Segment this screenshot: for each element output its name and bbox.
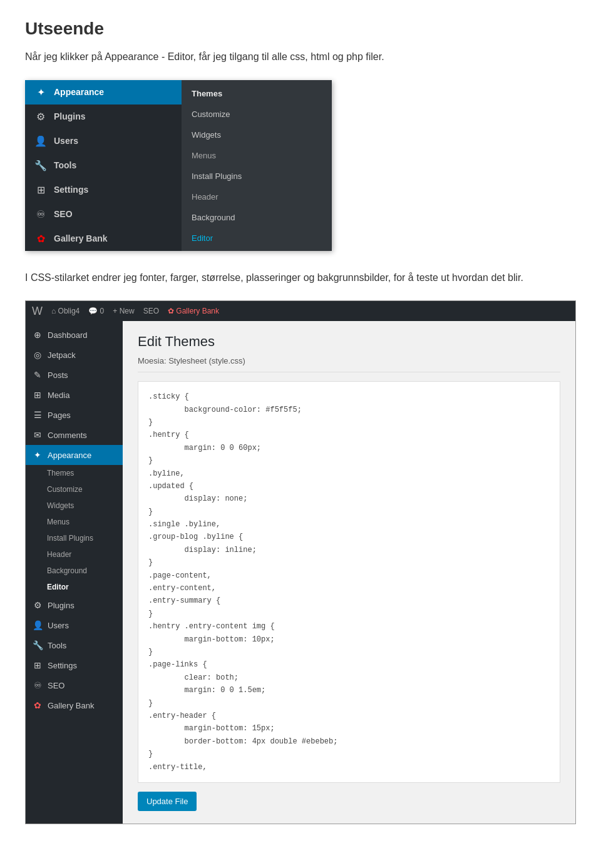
- menu-item-settings[interactable]: ⊞ Settings: [25, 178, 182, 202]
- wp-submenu: Themes Customize Widgets Menus Install P…: [182, 80, 332, 251]
- edit-themes-title: Edit Themes: [138, 334, 560, 350]
- admin-menu-appearance[interactable]: ✦ Appearance: [26, 445, 123, 465]
- settings-icon-sidebar: ⊞: [32, 660, 43, 670]
- wp-admin-topbar: W ⌂ ⌂ Oblig4Oblig4 💬 0 + New SEO ✿ Galle…: [26, 301, 575, 321]
- admin-menu-users[interactable]: 👤 Users: [26, 615, 123, 635]
- menu-item-seo[interactable]: ♾ SEO: [25, 202, 182, 227]
- admin-menu-comments[interactable]: ✉ Comments: [26, 425, 123, 445]
- wp-admin-body: ⊕ Dashboard ◎ Jetpack ✎ Posts ⊞ Media ☰ …: [26, 321, 575, 824]
- submenu-item-editor[interactable]: Editor: [182, 228, 332, 248]
- admin-menu-seo[interactable]: ♾ SEO: [26, 675, 123, 695]
- topbar-site-name[interactable]: ⌂ ⌂ Oblig4Oblig4: [51, 307, 80, 315]
- wp-sidebar: ✦ Appearance ⚙ Plugins 👤 Users 🔧 Tools ⊞…: [25, 80, 182, 251]
- admin-menu-settings-label: Settings: [48, 661, 77, 670]
- admin-menu-dashboard[interactable]: ⊕ Dashboard: [26, 325, 123, 345]
- admin-menu-settings[interactable]: ⊞ Settings: [26, 655, 123, 675]
- admin-submenu-install-plugins[interactable]: Install Plugins: [26, 530, 123, 546]
- settings-icon: ⊞: [34, 184, 48, 196]
- topbar-new[interactable]: + New: [113, 307, 134, 315]
- topbar-comments[interactable]: 💬 0: [88, 307, 104, 315]
- edit-themes-subtitle: Moesia: Stylesheet (style.css): [138, 356, 560, 372]
- menu-label-gallery-bank: Gallery Bank: [54, 233, 108, 243]
- admin-submenu-editor[interactable]: Editor: [26, 579, 123, 595]
- plugins-icon-sidebar: ⚙: [32, 600, 43, 610]
- admin-menu-appearance-label: Appearance: [48, 451, 91, 460]
- menu-label-seo: SEO: [54, 209, 73, 219]
- submenu-item-widgets[interactable]: Widgets: [182, 125, 332, 145]
- jetpack-icon: ◎: [32, 350, 43, 360]
- admin-menu-tools-label: Tools: [48, 641, 66, 650]
- admin-menu-pages-label: Pages: [48, 411, 71, 420]
- article-paragraph-2: I CSS-stilarket endrer jeg fonter, farge…: [25, 270, 576, 286]
- submenu-item-menus[interactable]: Menus: [182, 145, 332, 166]
- admin-menu-gallery-bank[interactable]: ✿ Gallery Bank: [26, 695, 123, 715]
- admin-submenu-header[interactable]: Header: [26, 546, 123, 563]
- menu-label-settings: Settings: [54, 185, 88, 195]
- menu-label-plugins: Plugins: [54, 111, 86, 121]
- gallery-bank-icon-sidebar: ✿: [32, 700, 43, 710]
- tools-icon-sidebar: 🔧: [32, 640, 43, 650]
- menu-label-tools: Tools: [54, 160, 76, 170]
- code-editor[interactable]: .sticky { background-color: #f5f5f5; } .…: [138, 381, 560, 783]
- seo-icon: ♾: [34, 208, 48, 220]
- gallery-bank-icon: ✿: [34, 233, 48, 245]
- admin-menu-plugins-label: Plugins: [48, 601, 74, 610]
- tools-icon: 🔧: [34, 160, 48, 171]
- submenu-item-header[interactable]: Header: [182, 186, 332, 207]
- posts-icon: ✎: [32, 370, 43, 380]
- media-icon: ⊞: [32, 390, 43, 400]
- topbar-seo[interactable]: SEO: [143, 307, 159, 315]
- pages-icon: ☰: [32, 410, 43, 420]
- menu-item-plugins[interactable]: ⚙ Plugins: [25, 105, 182, 129]
- plugins-icon: ⚙: [34, 111, 48, 123]
- admin-menu-media[interactable]: ⊞ Media: [26, 385, 123, 405]
- submenu-item-customize[interactable]: Customize: [182, 104, 332, 125]
- article-paragraph-1: Når jeg klikker på Appearance - Editor, …: [25, 49, 576, 65]
- admin-menu-tools[interactable]: 🔧 Tools: [26, 635, 123, 655]
- admin-menu-posts[interactable]: ✎ Posts: [26, 365, 123, 385]
- admin-submenu-menus[interactable]: Menus: [26, 514, 123, 530]
- admin-menu-gallery-bank-label: Gallery Bank: [48, 701, 94, 710]
- dashboard-icon: ⊕: [32, 330, 43, 340]
- admin-menu-dashboard-label: Dashboard: [48, 330, 88, 340]
- admin-menu-media-label: Media: [48, 391, 69, 400]
- comments-icon: ✉: [32, 430, 43, 440]
- admin-menu-users-label: Users: [48, 621, 69, 630]
- admin-menu-pages[interactable]: ☰ Pages: [26, 405, 123, 425]
- menu-item-tools[interactable]: 🔧 Tools: [25, 153, 182, 178]
- menu-label-appearance: Appearance: [54, 87, 104, 97]
- wp-admin-screenshot: W ⌂ ⌂ Oblig4Oblig4 💬 0 + New SEO ✿ Galle…: [25, 300, 576, 824]
- appearance-icon: ✦: [34, 86, 48, 98]
- topbar-gallery-bank[interactable]: ✿ Gallery Bank: [168, 307, 219, 315]
- menu-item-users[interactable]: 👤 Users: [25, 129, 182, 153]
- submenu-item-background[interactable]: Background: [182, 207, 332, 228]
- admin-menu-jetpack-label: Jetpack: [48, 350, 76, 360]
- users-icon: 👤: [34, 135, 48, 147]
- admin-menu-plugins[interactable]: ⚙ Plugins: [26, 595, 123, 615]
- wp-admin-main: Edit Themes Moesia: Stylesheet (style.cs…: [123, 321, 575, 824]
- appearance-icon-sidebar: ✦: [32, 450, 43, 460]
- menu-item-gallery-bank[interactable]: ✿ Gallery Bank: [25, 227, 182, 251]
- admin-submenu-background[interactable]: Background: [26, 563, 123, 579]
- seo-icon-sidebar: ♾: [32, 680, 43, 690]
- users-icon-sidebar: 👤: [32, 620, 43, 630]
- admin-submenu-customize[interactable]: Customize: [26, 481, 123, 498]
- admin-menu-comments-label: Comments: [48, 431, 87, 440]
- submenu-item-install-plugins[interactable]: Install Plugins: [182, 166, 332, 186]
- menu-label-users: Users: [54, 136, 78, 146]
- submenu-item-themes[interactable]: Themes: [182, 80, 332, 104]
- menu-item-appearance[interactable]: ✦ Appearance: [25, 80, 182, 105]
- wp-admin-sidebar: ⊕ Dashboard ◎ Jetpack ✎ Posts ⊞ Media ☰ …: [26, 321, 123, 824]
- admin-submenu-widgets[interactable]: Widgets: [26, 498, 123, 514]
- update-file-button[interactable]: Update File: [138, 792, 197, 811]
- admin-submenu-themes[interactable]: Themes: [26, 465, 123, 481]
- article-title: Utseende: [25, 19, 576, 39]
- topbar-wp-logo[interactable]: W: [32, 305, 43, 318]
- admin-menu-seo-label: SEO: [48, 681, 64, 690]
- wp-menu-screenshot: ✦ Appearance ⚙ Plugins 👤 Users 🔧 Tools ⊞…: [25, 80, 332, 251]
- admin-menu-posts-label: Posts: [48, 370, 68, 380]
- admin-menu-jetpack[interactable]: ◎ Jetpack: [26, 345, 123, 365]
